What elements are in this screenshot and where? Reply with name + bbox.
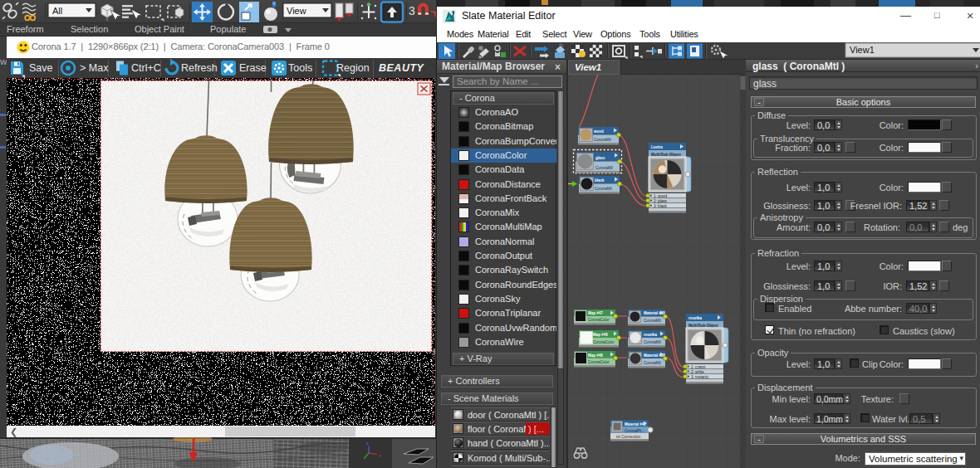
svg-text:Map #48: Map #48 (588, 353, 603, 358)
svg-text:CoronaMtl: CoronaMtl (644, 319, 661, 323)
svg-text:txt Connection: txt Connection (616, 435, 641, 439)
svg-text:2: glass: 2: glass (654, 199, 668, 203)
svg-text:CoronaColor: CoronaColor (588, 318, 610, 322)
svg-text:3: metanic: 3: metanic (691, 375, 709, 379)
svg-text:x: x (379, 453, 381, 458)
svg-text:Map #46: Map #46 (593, 333, 608, 337)
svg-text:rosetka: rosetka (644, 333, 658, 337)
svg-text:CoronaColor: CoronaColor (588, 360, 610, 364)
svg-text:1: czano: 1: czano (691, 365, 706, 369)
svg-text:Map #47: Map #47 (588, 311, 603, 315)
svg-text:rosetka: rosetka (688, 316, 703, 320)
svg-text:CoronaColor: CoronaColor (593, 340, 615, 344)
svg-text:CoronaMtl: CoronaMtl (594, 138, 611, 142)
svg-text:glass: glass (595, 156, 605, 160)
svg-text:3: 3 (409, 4, 415, 17)
svg-text:View1: View1 (850, 45, 875, 55)
svg-text:Multi/Sub-Object: Multi/Sub-Object (688, 324, 718, 328)
svg-text:All: All (52, 6, 62, 16)
svg-text:1: wood: 1: wood (654, 194, 668, 198)
svg-text:CoronaMtl: CoronaMtl (644, 340, 661, 344)
svg-text:CoronaMtl: CoronaMtl (595, 166, 613, 170)
svg-text:black: black (595, 178, 605, 183)
svg-text:3: black: 3: black (654, 204, 668, 208)
svg-text:2: white: 2: white (691, 370, 704, 374)
svg-text:z: z (366, 441, 369, 446)
svg-text:View: View (287, 6, 306, 16)
svg-text:CoronaPh...: CoronaPh... (625, 429, 644, 433)
svg-text:wood: wood (593, 129, 604, 134)
svg-text:CoronaMtl: CoronaMtl (595, 187, 612, 191)
svg-text:CoronaMtl: CoronaMtl (644, 361, 661, 365)
svg-text:Multi/Sub-Object: Multi/Sub-Object (651, 153, 681, 157)
svg-text:Lustra: Lustra (651, 145, 663, 149)
svg-text:Material #41: Material #41 (625, 422, 646, 427)
